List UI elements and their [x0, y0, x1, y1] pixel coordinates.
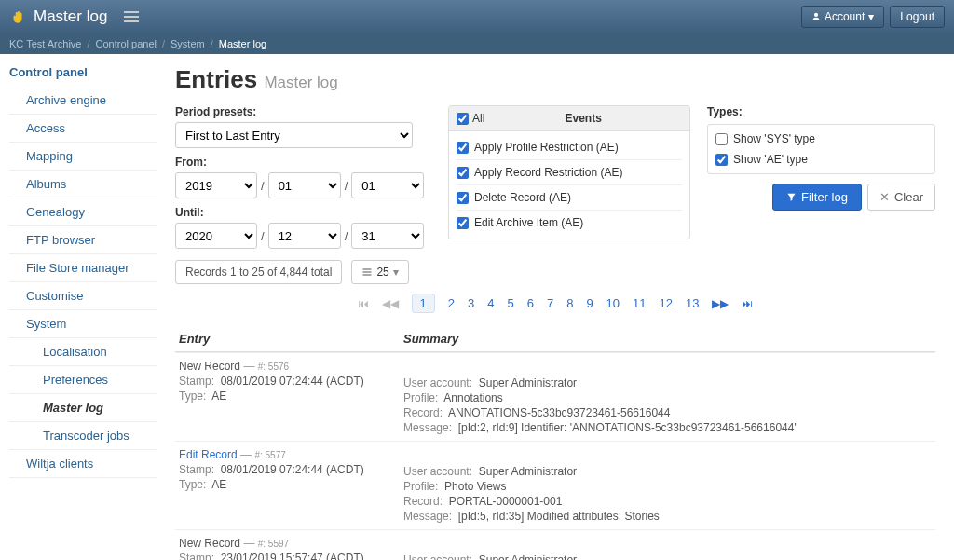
events-all-checkbox[interactable] [457, 113, 469, 125]
clear-button[interactable]: ✕ Clear [867, 184, 935, 211]
page-link[interactable]: 6 [527, 296, 534, 310]
breadcrumb-item[interactable]: System [170, 38, 205, 49]
table-row: Edit Record — #: 5577 Stamp: 08/01/2019 … [175, 441, 935, 529]
navbar-brand: Master log [9, 7, 139, 26]
sidebar-item-ftp[interactable]: FTP browser [9, 226, 157, 254]
entry-hash: #: 5597 [258, 539, 289, 549]
chevron-down-icon: ▾ [393, 266, 399, 279]
column-entry: Entry [175, 332, 403, 346]
column-summary: Summary [403, 332, 935, 346]
entry-title: New Record [179, 360, 240, 373]
sidebar-heading[interactable]: Control panel [9, 65, 157, 79]
type-ae-checkbox[interactable] [716, 154, 728, 166]
filter-icon [786, 192, 797, 202]
sidebar-sub-transcoder[interactable]: Transcoder jobs [9, 422, 157, 450]
entry-title: New Record [179, 537, 240, 550]
page-link[interactable]: 5 [507, 296, 513, 310]
sidebar-sub-localisation[interactable]: Localisation [9, 338, 157, 366]
breadcrumb: KC Test Archive/ Control panel/ System/ … [0, 34, 954, 54]
events-box: All Events Apply Profile Restriction (AE… [448, 105, 690, 239]
sidebar-item-wiltja[interactable]: Wiltja clients [9, 450, 157, 478]
page-link[interactable]: 7 [547, 296, 553, 310]
sidebar-sub-masterlog[interactable]: Master log [9, 394, 157, 422]
sidebar-item-archive-engine[interactable]: Archive engine [9, 87, 157, 115]
page-link[interactable]: 11 [633, 296, 646, 310]
breadcrumb-item-active: Master log [219, 38, 266, 49]
from-label: From: [175, 156, 431, 169]
list-icon [361, 266, 373, 278]
user-icon [811, 12, 821, 21]
page-link[interactable]: 13 [686, 296, 699, 310]
page-link[interactable]: 1 [412, 294, 435, 313]
hand-logo-icon [9, 8, 26, 25]
types-label: Types: [707, 105, 935, 118]
last-page-icon[interactable]: ⏭ [742, 297, 753, 310]
page-link[interactable]: 4 [487, 296, 494, 310]
page-link[interactable]: 8 [566, 296, 573, 310]
x-icon: ✕ [879, 190, 890, 204]
filter-log-button[interactable]: Filter log [772, 184, 862, 211]
account-button[interactable]: Account ▾ [801, 6, 884, 28]
event-checkbox[interactable] [457, 142, 469, 154]
page-link[interactable]: 3 [468, 296, 474, 310]
sidebar-item-mapping[interactable]: Mapping [9, 143, 157, 171]
until-month-select[interactable]: 12 [268, 223, 341, 249]
period-preset-select[interactable]: First to Last Entry [175, 122, 413, 148]
breadcrumb-item[interactable]: Control panel [96, 38, 157, 49]
sidebar-item-albums[interactable]: Albums [9, 171, 157, 198]
hamburger-icon[interactable] [124, 11, 139, 22]
until-year-select[interactable]: 2020 [175, 223, 257, 249]
page-link[interactable]: 12 [660, 296, 673, 310]
chevron-down-icon: ▾ [868, 10, 874, 23]
page-title: Entries Master log [175, 65, 935, 94]
sidebar: Control panel Archive engine Access Mapp… [0, 54, 157, 560]
type-sys-checkbox[interactable] [716, 133, 728, 145]
next-page-icon[interactable]: ▶▶ [712, 297, 729, 310]
page-link[interactable]: 2 [448, 296, 455, 310]
records-info: Records 1 to 25 of 4,844 total [175, 260, 342, 284]
entry-hash: #: 5576 [258, 362, 289, 372]
period-presets-label: Period presets: [175, 105, 431, 118]
first-page-icon: ⏮ [358, 297, 369, 310]
event-checkbox[interactable] [457, 217, 469, 229]
prev-page-icon: ◀◀ [382, 297, 399, 310]
navbar: Master log Account ▾ Logout [0, 0, 954, 34]
event-checkbox[interactable] [457, 192, 469, 204]
from-year-select[interactable]: 2019 [175, 172, 257, 198]
page-link[interactable]: 9 [586, 296, 593, 310]
table-row: New Record — #: 5597 Stamp: 23/01/2019 1… [175, 529, 935, 560]
breadcrumb-item[interactable]: KC Test Archive [9, 38, 81, 49]
from-day-select[interactable]: 01 [351, 172, 424, 198]
event-checkbox[interactable] [457, 167, 469, 179]
page-size-button[interactable]: 25 ▾ [351, 260, 408, 284]
sidebar-sub-preferences[interactable]: Preferences [9, 366, 157, 394]
pagination: ⏮ ◀◀ 1 2 3 4 5 6 7 8 9 10 11 12 13 ▶▶ ⏭ [175, 294, 935, 313]
sidebar-item-customise[interactable]: Customise [9, 282, 157, 310]
from-month-select[interactable]: 01 [268, 172, 341, 198]
sidebar-item-filestore[interactable]: File Store manager [9, 254, 157, 282]
navbar-title: Master log [34, 7, 107, 26]
sidebar-item-access[interactable]: Access [9, 115, 157, 143]
sidebar-item-genealogy[interactable]: Genealogy [9, 198, 157, 226]
until-day-select[interactable]: 31 [351, 223, 424, 249]
entry-title[interactable]: Edit Record [179, 448, 238, 461]
page-link[interactable]: 10 [606, 296, 620, 310]
sidebar-item-system[interactable]: System [9, 310, 157, 338]
until-label: Until: [175, 206, 431, 219]
logout-button[interactable]: Logout [890, 6, 945, 28]
table-row: New Record — #: 5576 Stamp: 08/01/2019 0… [175, 352, 935, 441]
entry-hash: #: 5577 [254, 450, 285, 460]
